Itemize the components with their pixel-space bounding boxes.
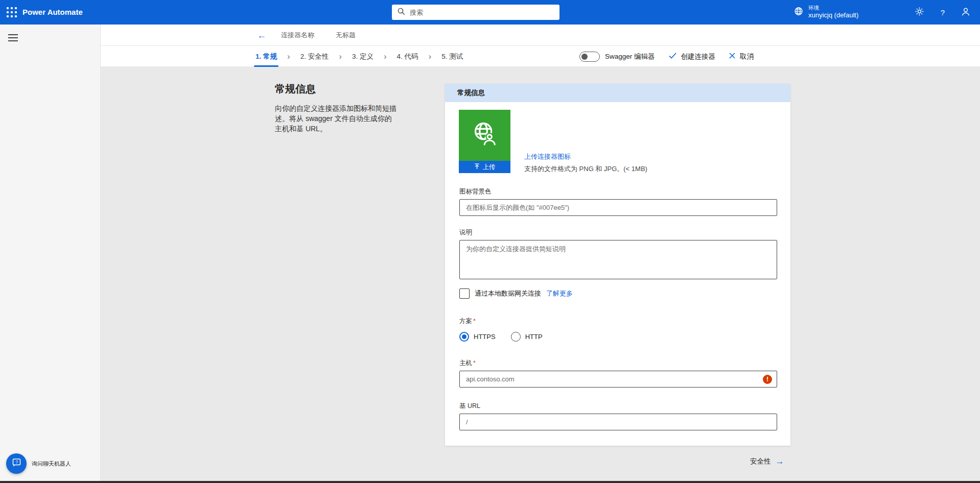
bottom-edge-strip [0,481,980,483]
connector-icon-upload-tile[interactable]: 上传 [459,110,510,173]
upload-button[interactable]: 上传 [459,161,510,173]
error-icon: ! [763,375,772,384]
panel-body: 上传 上传连接器图标 支持的文件格式为 PNG 和 JPG。(< 1MB) 图标… [445,102,790,446]
menu-toggle-button[interactable] [8,32,18,43]
toggle-knob [581,54,588,60]
environment-value: xunyicjq (default) [808,11,858,19]
radio-http[interactable]: HTTP [511,332,543,342]
screen: Power Automate 环境 xunyicjq (default) ? [0,0,980,483]
chat-icon: ? [11,457,22,470]
gateway-checkbox[interactable] [459,288,470,299]
upload-format-hint: 支持的文件格式为 PNG 和 JPG。(< 1MB) [524,164,647,174]
app-launcher-icon[interactable] [7,7,17,18]
description-field: 说明 [459,228,777,281]
help-button[interactable]: ? [931,0,954,25]
page-description: 向你的自定义连接器添加图标和简短描述。将从 swagger 文件自动生成你的主机… [275,104,399,134]
general-info-panel: 常规信息 [445,84,790,446]
scheme-label: 方案* [459,317,777,326]
close-icon [729,53,735,60]
radio-unselected-icon [511,332,521,342]
gear-icon [915,7,924,18]
intro-section: 常规信息 向你的自定义连接器添加图标和简短描述。将从 swagger 文件自动生… [275,82,399,134]
tab-general[interactable]: 1. 常规 [254,46,278,67]
description-label: 说明 [459,228,777,237]
topbar: Power Automate 环境 xunyicjq (default) ? [0,0,980,25]
upload-button-label: 上传 [483,163,496,172]
settings-button[interactable] [908,0,930,25]
account-button[interactable] [954,0,977,25]
environment-icon [794,6,804,18]
back-arrow-icon: ← [257,30,266,40]
search-input[interactable] [410,9,554,16]
radio-https[interactable]: HTTPS [459,332,496,342]
person-icon [961,7,971,18]
learn-more-link[interactable]: 了解更多 [546,289,573,298]
tab-test[interactable]: 5. 测试 [440,46,464,67]
search-icon [398,8,405,17]
gateway-row: 通过本地数据网关连接 了解更多 [459,288,777,299]
base-url-label: 基 URL [459,402,777,410]
swagger-toggle-group: Swagger 编辑器 [579,52,655,62]
icon-background-field: 图标背景色 [459,187,777,216]
chatbot-label: 询问聊天机器人 [32,460,71,468]
swagger-editor-toggle[interactable] [579,52,600,62]
upload-arrow-icon [474,163,480,171]
panel-title: 常规信息 [445,84,790,102]
cancel-label: 取消 [740,52,754,61]
globe-person-icon [469,118,501,152]
description-input[interactable] [459,240,777,279]
environment-picker[interactable]: 环境 xunyicjq (default) [794,0,858,25]
required-asterisk: * [473,318,476,325]
host-input[interactable] [459,371,777,388]
environment-label: 环境 [808,5,858,11]
app-title: Power Automate [22,0,83,25]
back-button[interactable]: ← [254,25,269,46]
wizard-bar: 1. 常规 › 2. 安全性 › 3. 定义 › 4. 代码 › 5. 测试 S… [101,46,980,67]
create-connector-label: 创建连接器 [681,52,716,61]
wizard-steps: 1. 常规 › 2. 安全性 › 3. 定义 › 4. 代码 › 5. 测试 [254,46,464,67]
chevron-right-icon: › [384,46,387,67]
gateway-label: 通过本地数据网关连接 [475,289,541,298]
sidebar: ? 询问聊天机器人 [0,25,101,483]
base-url-input[interactable] [459,414,777,430]
icon-background-input[interactable] [459,199,777,216]
help-icon: ? [941,8,945,17]
chevron-right-icon: › [429,46,432,67]
main-content: 常规信息 向你的自定义连接器添加图标和简短描述。将从 swagger 文件自动生… [101,67,980,483]
swagger-toggle-label: Swagger 编辑器 [605,52,655,61]
chatbot-launcher: ? 询问聊天机器人 [6,453,71,474]
required-asterisk: * [473,359,476,367]
scheme-options: HTTPS HTTP [459,332,543,342]
chevron-right-icon: › [339,46,342,67]
wizard-actions: Swagger 编辑器 创建连接器 取消 [579,46,754,67]
chatbot-button[interactable]: ? [6,453,27,474]
host-label: 主机* [459,359,777,368]
tab-definition[interactable]: 3. 定义 [351,46,375,67]
host-field: 主机* ! [459,359,777,388]
cancel-button[interactable]: 取消 [729,52,754,61]
page-title: 常规信息 [275,82,399,96]
search-box[interactable] [392,5,559,20]
base-url-field: 基 URL [459,402,777,430]
next-step-link[interactable]: 安全性 → [750,456,784,467]
chevron-right-icon: › [287,46,290,67]
next-step-label: 安全性 [750,457,771,466]
arrow-right-icon: → [776,456,784,467]
connector-header: ← 连接器名称 无标题 [101,25,980,46]
tab-security[interactable]: 2. 安全性 [299,46,331,67]
icon-background-label: 图标背景色 [459,187,777,196]
scheme-field: 方案* [459,317,777,329]
untitled-tab[interactable]: 无标题 [336,25,356,45]
upload-connector-icon-link[interactable]: 上传连接器图标 [524,153,571,160]
check-icon [669,53,676,60]
connector-icon-preview [459,110,510,161]
svg-text:?: ? [15,460,18,465]
upload-text-block: 上传连接器图标 支持的文件格式为 PNG 和 JPG。(< 1MB) [524,152,647,174]
radio-selected-icon [459,332,469,342]
tab-code[interactable]: 4. 代码 [395,46,420,67]
connector-name-tab[interactable]: 连接器名称 [281,25,314,45]
create-connector-button[interactable]: 创建连接器 [669,52,716,61]
